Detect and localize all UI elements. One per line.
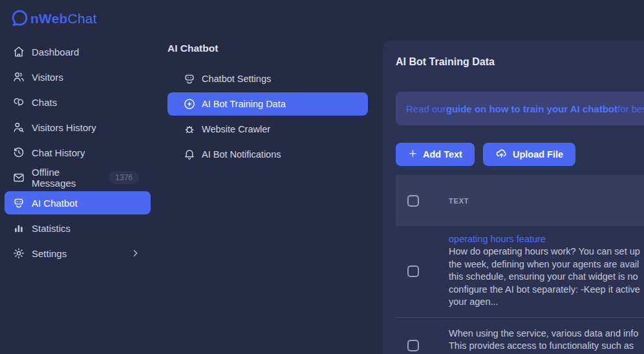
row-text-line: the week, defining when your agents are …	[449, 258, 644, 271]
content-panel: AI Bot Training Data Read our guide on h…	[383, 41, 644, 354]
sidebar-item-chats[interactable]: Chats	[5, 90, 151, 114]
row-text-line: your agen...	[449, 296, 644, 309]
submenu-item-label: Website Crawler	[202, 124, 270, 134]
row-checkbox[interactable]	[407, 340, 419, 351]
sidebar: nWebChat Dashboard Visitors Chats	[0, 0, 155, 354]
mail-icon	[12, 171, 25, 184]
brand-logo[interactable]: nWebChat	[0, 0, 155, 28]
submenu-item-label: AI Bot Training Data	[202, 99, 286, 109]
brand-name-light: Chat	[68, 11, 97, 26]
ai-sparkle-icon	[183, 98, 196, 110]
brand-name: nWebChat	[30, 11, 97, 26]
sidebar-item-visitors-history[interactable]: Visitors History	[5, 116, 151, 139]
add-text-button-label: Add Text	[423, 149, 462, 160]
cloud-upload-icon	[495, 147, 508, 161]
submenu-item-label: Chatbot Settings	[202, 74, 271, 84]
page-title: AI Bot Training Data	[396, 56, 644, 68]
submenu-title: AI Chatbot	[167, 43, 383, 54]
guide-banner: Read our guide on how to train your AI c…	[396, 92, 644, 125]
chevron-right-icon	[130, 248, 140, 258]
column-header-text: TEXT	[449, 197, 469, 205]
plus-icon	[408, 149, 418, 160]
row-text-line: When using the service, various data and…	[449, 328, 644, 340]
sidebar-item-label: Offline Messages	[32, 167, 102, 189]
brand-name-bold: nWeb	[30, 11, 68, 26]
bar-chart-icon	[12, 222, 25, 234]
submenu-item-chatbot-settings[interactable]: Chatbot Settings	[167, 67, 368, 90]
users-icon	[12, 70, 25, 83]
sidebar-item-ai-chatbot[interactable]: AI Chatbot	[5, 191, 151, 214]
sidebar-item-visitors[interactable]: Visitors	[5, 65, 151, 88]
gear-icon	[12, 247, 25, 260]
guide-link[interactable]: guide on how to train your AI chatbot	[446, 103, 617, 114]
row-text-line: configure the AI bot separately: -Keep i…	[449, 284, 644, 297]
sidebar-item-dashboard[interactable]: Dashboard	[5, 40, 151, 63]
action-buttons: Add Text Upload File	[396, 143, 644, 166]
history-clock-icon	[12, 146, 25, 159]
add-text-button[interactable]: Add Text	[396, 143, 475, 166]
banner-text-prefix: Read our	[406, 103, 446, 114]
bug-icon	[183, 123, 196, 136]
robot-icon	[183, 72, 196, 85]
sidebar-item-chat-history[interactable]: Chat History	[5, 141, 151, 164]
upload-file-button-label: Upload File	[513, 149, 563, 160]
row-checkbox-cell	[396, 226, 449, 317]
training-data-table: TEXT operating hours feature How do oper…	[396, 175, 644, 354]
ai-chatbot-submenu: AI Chatbot Chatbot Settings AI Bot Train…	[155, 0, 383, 354]
row-text-cell: operating hours feature How do operating…	[449, 226, 644, 317]
select-all-checkbox[interactable]	[407, 195, 419, 207]
row-checkbox-cell	[396, 318, 449, 354]
table-header: TEXT	[396, 175, 644, 226]
sidebar-item-label: Chats	[32, 97, 57, 108]
user-search-icon	[12, 121, 25, 134]
table-row[interactable]: operating hours feature How do operating…	[396, 226, 644, 318]
robot-icon	[12, 196, 25, 209]
sidebar-item-label: Visitors	[32, 72, 63, 83]
speech-bubble-icon	[11, 10, 28, 27]
table-row[interactable]: When using the service, various data and…	[396, 318, 644, 354]
sidebar-item-label: Statistics	[32, 223, 70, 234]
row-text-line: This provides access to functionality su…	[449, 340, 644, 353]
sidebar-item-label: Visitors History	[32, 122, 96, 133]
row-checkbox[interactable]	[407, 266, 419, 277]
submenu-item-website-crawler[interactable]: Website Crawler	[167, 118, 368, 141]
sidebar-item-label: Dashboard	[32, 47, 79, 57]
submenu-item-label: AI Bot Notifications	[202, 149, 281, 160]
sidebar-item-offline-messages[interactable]: Offline Messages 1376	[5, 166, 151, 189]
sidebar-item-settings[interactable]: Settings	[5, 242, 151, 265]
unread-count-badge: 1376	[109, 171, 139, 184]
submenu-item-ai-bot-notifications[interactable]: AI Bot Notifications	[167, 143, 368, 166]
row-title-link[interactable]: operating hours feature	[449, 233, 644, 245]
row-text-cell: When using the service, various data and…	[449, 318, 644, 354]
banner-text-suffix: for best	[617, 103, 644, 114]
upload-file-button[interactable]: Upload File	[483, 143, 575, 166]
row-text-line: this schedule, ensuring your chat widget…	[449, 271, 644, 284]
row-text-line: How do operating hours work? You can set…	[449, 245, 644, 258]
submenu-item-ai-bot-training-data[interactable]: AI Bot Training Data	[167, 92, 368, 116]
sidebar-item-label: Chat History	[32, 147, 85, 158]
bell-icon	[183, 148, 196, 161]
chat-bubbles-icon	[12, 96, 25, 109]
submenu-list: Chatbot Settings AI Bot Training Data We…	[167, 67, 383, 166]
sidebar-item-statistics[interactable]: Statistics	[5, 216, 151, 240]
sidebar-item-label: AI Chatbot	[32, 198, 78, 209]
app-root: nWebChat Dashboard Visitors Chats	[0, 0, 644, 354]
sidebar-item-label: Settings	[32, 248, 67, 259]
home-icon	[12, 45, 25, 58]
sidebar-nav: Dashboard Visitors Chats Visitors Histor…	[0, 40, 155, 265]
